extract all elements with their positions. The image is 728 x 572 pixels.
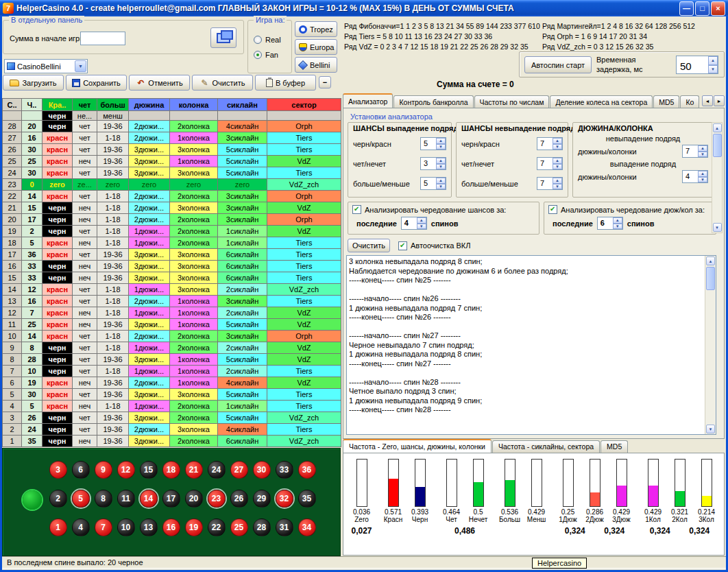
header-cell[interactable]: сектор: [267, 99, 341, 111]
clear-log-button[interactable]: Очистить: [348, 239, 390, 252]
board-cell-10[interactable]: 10: [114, 516, 137, 538]
board-cell-18[interactable]: 18: [160, 458, 182, 481]
board-cell-30[interactable]: 30: [250, 458, 273, 481]
board-cell-31[interactable]: 31: [273, 516, 295, 538]
combo-dropdown-icon[interactable]: ▼: [75, 60, 86, 72]
autoclean-checkbox[interactable]: [398, 241, 407, 250]
tab-2[interactable]: Контроль банкролла: [393, 95, 473, 108]
table-row[interactable]: 1125красннеч19-363дюжи...1колонка5сиклай…: [3, 319, 341, 331]
tab-4[interactable]: Деление колеса на сектора: [550, 95, 653, 108]
table-row[interactable]: 224чернчет19-362дюжи...3колонка4сиклайнT…: [3, 424, 341, 436]
setting-spinner[interactable]: 5▲▼: [420, 137, 446, 150]
spinner-down-icon[interactable]: ▼: [708, 65, 718, 74]
board-cell-26[interactable]: 26: [228, 487, 250, 510]
analyze-chances-checkbox[interactable]: [352, 205, 361, 214]
header-cell[interactable]: Кра..: [43, 99, 73, 111]
spinner-up-icon[interactable]: ▲: [417, 217, 426, 224]
board-cell-17[interactable]: 17: [160, 487, 182, 510]
table-row[interactable]: 1412краснчет1-181дюжи...3колонка2сиклайн…: [3, 284, 341, 296]
board-cell-11[interactable]: 11: [114, 487, 137, 510]
tab-scroll-right-icon[interactable]: ►: [714, 95, 725, 106]
tab-2[interactable]: Частота - сиклайны, сектора: [492, 440, 600, 453]
board-cell-1[interactable]: 1: [47, 516, 69, 538]
board-cell-3[interactable]: 3: [47, 458, 69, 481]
board-cell-24[interactable]: 24: [205, 458, 228, 481]
autospin-start-button[interactable]: Автоспин старт: [524, 56, 592, 73]
header-cell[interactable]: чет: [73, 99, 97, 111]
table-row[interactable]: 2430краснчет19-363дюжи...3колонка5сиклай…: [3, 167, 341, 179]
spinner-down-icon[interactable]: ▼: [553, 164, 562, 170]
board-cell-14[interactable]: 14: [137, 487, 160, 510]
table-row[interactable]: 1533черннеч19-363дюжи...3колонка6сиклайн…: [3, 272, 341, 284]
board-cell-27[interactable]: 27: [228, 458, 250, 481]
board-cell-12[interactable]: 12: [114, 458, 137, 481]
scroll-thumb[interactable]: [713, 134, 722, 157]
scroll-up-icon[interactable]: ▲: [706, 257, 715, 265]
close-button[interactable]: ×: [711, 1, 725, 16]
analyze-dozcol-checkbox[interactable]: [548, 205, 557, 214]
board-cell-32[interactable]: 32: [273, 487, 295, 510]
maximize-button[interactable]: □: [695, 1, 709, 16]
table-row[interactable]: 1633черннеч19-363дюжи...3колонка6сиклайн…: [3, 261, 341, 272]
board-cell-28[interactable]: 28: [250, 516, 273, 538]
header-cell[interactable]: сиклайн: [218, 99, 267, 111]
casino-select[interactable]: CasinoBellini ▼: [4, 59, 88, 73]
spinner-down-icon[interactable]: ▼: [553, 184, 562, 190]
casino-button-bellini[interactable]: Bellini: [295, 57, 337, 73]
toolbar-button-2[interactable]: Сохранить: [66, 75, 127, 91]
board-cell-22[interactable]: 22: [205, 516, 228, 538]
table-row[interactable]: 2017черннеч1-182дюжи...2колонка3сиклайнO…: [3, 214, 341, 226]
spinner-down-icon[interactable]: ▼: [698, 177, 707, 183]
spinner-up-icon[interactable]: ▲: [553, 138, 562, 144]
board-cell-33[interactable]: 33: [273, 458, 295, 481]
board-cell-4[interactable]: 4: [69, 516, 92, 538]
spinner-up-icon[interactable]: ▲: [698, 145, 707, 152]
detach-panel-button[interactable]: [210, 27, 236, 48]
table-row[interactable]: 2716краснчет1-182дюжи...1колонка3сиклайн…: [3, 132, 341, 144]
start-sum-input[interactable]: [80, 32, 125, 45]
table-row[interactable]: 1316краснчет1-182дюжи...1колонка3сиклайн…: [3, 296, 341, 307]
spinner-up-icon[interactable]: ▲: [553, 178, 562, 184]
board-cell-23[interactable]: 23: [205, 487, 228, 510]
setting-spinner[interactable]: 7▲▼: [537, 137, 563, 150]
table-row[interactable]: 230zeroze...zerozerozerozeroVdZ_zch: [3, 179, 341, 191]
board-cell-2[interactable]: 2: [47, 487, 69, 510]
spinner-down-icon[interactable]: ▼: [436, 144, 446, 150]
tab-5[interactable]: MD5: [653, 95, 679, 108]
scroll-down-icon[interactable]: ▼: [706, 425, 715, 433]
header-cell[interactable]: Ч..: [22, 99, 43, 111]
spinner-down-icon[interactable]: ▼: [698, 152, 707, 158]
table-row[interactable]: 98чернчет1-181дюжи...2колонка2сиклайнVdZ: [3, 342, 341, 354]
board-cell-19[interactable]: 19: [182, 516, 205, 538]
table-row[interactable]: 828чернчет19-363дюжи...1колонка5сиклайнV…: [3, 354, 341, 366]
spinner-up-icon[interactable]: ▲: [436, 158, 446, 164]
header-cell[interactable]: колонка: [170, 99, 218, 111]
board-cell-0[interactable]: [21, 488, 44, 512]
setting-spinner[interactable]: 4▲▼: [682, 170, 708, 183]
tab-1[interactable]: Частота - Zero, шансы, дюжины, колонки: [343, 439, 492, 453]
radio-fan[interactable]: Fan: [254, 51, 278, 59]
spinner-up-icon[interactable]: ▲: [613, 217, 622, 224]
table-row[interactable]: 2525красннеч19-363дюжи...1колонка5сиклай…: [3, 156, 341, 167]
spinner-up-icon[interactable]: ▲: [708, 56, 718, 65]
tab-3[interactable]: MD5: [600, 440, 628, 453]
table-row[interactable]: 2214краснчет1-182дюжи...2колонка3сиклайн…: [3, 191, 341, 202]
table-row[interactable]: 192чернчет1-181дюжи...2колонка1сиклайнVd…: [3, 226, 341, 237]
table-row[interactable]: 45красннеч1-181дюжи...2колонка1сиклайнTi…: [3, 401, 341, 412]
spinner-down-icon[interactable]: ▼: [553, 144, 562, 150]
casino-button-europa[interactable]: Europa: [295, 39, 337, 55]
table-row[interactable]: 127красннеч1-181дюжи...1колонка2сиклайнV…: [3, 307, 341, 319]
board-cell-16[interactable]: 16: [160, 516, 182, 538]
table-row[interactable]: 2820чернчет19-362дюжи...2колонка4сиклайн…: [3, 121, 341, 132]
board-cell-13[interactable]: 13: [137, 516, 160, 538]
spinner-up-icon[interactable]: ▲: [436, 138, 446, 144]
scroll-down-icon[interactable]: ▼: [713, 223, 722, 232]
board-cell-20[interactable]: 20: [182, 487, 205, 510]
table-row[interactable]: 1014краснчет1-182дюжи...2колонка3сиклайн…: [3, 331, 341, 342]
radio-real[interactable]: Real: [254, 36, 281, 44]
board-cell-36[interactable]: 36: [295, 458, 318, 481]
table-row[interactable]: 2630краснчет19-363дюжи...3колонка5сиклай…: [3, 144, 341, 156]
scroll-up-icon[interactable]: ▲: [713, 123, 722, 132]
casino-button-tropez[interactable]: Tropez: [295, 21, 337, 37]
spinner-down-icon[interactable]: ▼: [436, 184, 446, 190]
